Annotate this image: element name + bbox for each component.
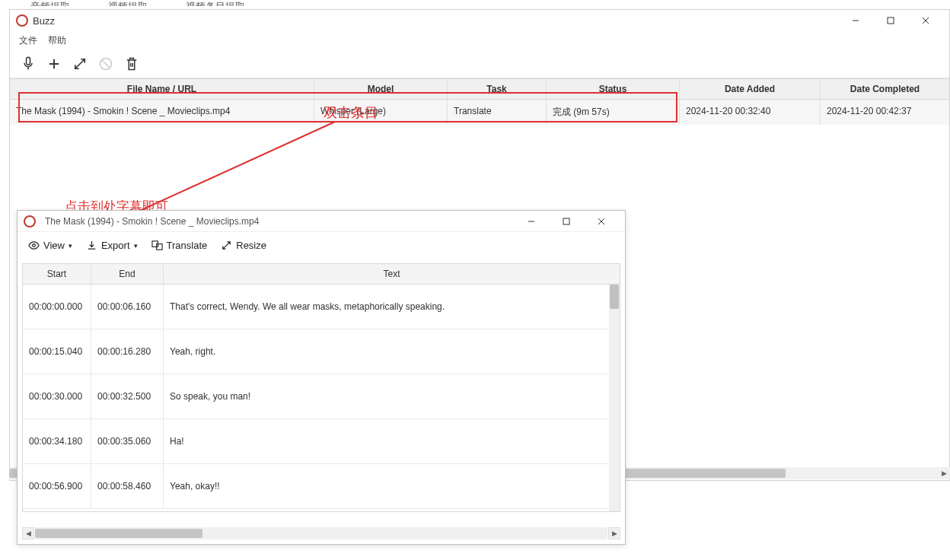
cell-end: 00:00:06.160 — [91, 285, 164, 329]
th-model[interactable]: Model — [314, 79, 448, 99]
horizontal-scrollbar[interactable]: ◀ ▶ — [22, 527, 620, 539]
toolbar — [10, 50, 949, 78]
top-tab[interactable]: 音频提取 — [30, 0, 70, 6]
translate-button[interactable]: Translate — [151, 240, 208, 251]
top-tab[interactable]: 视频提取 — [108, 0, 148, 6]
cell-text: Yeah, okay!! — [164, 464, 620, 508]
svg-rect-12 — [563, 218, 569, 224]
th-task[interactable]: Task — [448, 79, 547, 99]
detail-title: The Mask (1994) - Smokin ! Scene _ Movie… — [45, 216, 514, 227]
svg-rect-1 — [888, 18, 894, 24]
maximize-button[interactable] — [873, 10, 908, 31]
detail-window: The Mask (1994) - Smokin ! Scene _ Movie… — [17, 210, 626, 545]
cell-start: 00:00:56.900 — [23, 464, 91, 508]
scroll-right-button[interactable]: ▶ — [608, 527, 620, 539]
menubar: 文件 帮助 — [10, 31, 949, 50]
minimize-button[interactable] — [838, 10, 873, 31]
subtitle-row[interactable]: 00:00:56.900 00:00:58.460 Yeah, okay!! — [23, 464, 620, 509]
titlebar: Buzz — [10, 10, 949, 31]
cell-end: 00:00:16.280 — [91, 329, 164, 374]
cell-text: Ha! — [164, 419, 620, 463]
top-tab[interactable]: 视频条目提取 — [186, 0, 245, 6]
cell-status: 完成 (9m 57s) — [547, 100, 680, 125]
cancel-icon — [98, 56, 113, 72]
cell-start: 00:00:34.180 — [23, 419, 91, 463]
subtitle-row[interactable]: 00:00:34.180 00:00:35.060 Ha! — [23, 419, 620, 464]
cell-task: Translate — [448, 100, 547, 125]
subtitle-row[interactable]: 00:00:00.000 00:00:06.160 That's correct… — [23, 285, 620, 329]
view-button[interactable]: View▾ — [28, 240, 72, 251]
subtitle-row[interactable]: 00:00:30.000 00:00:32.500 So speak, you … — [23, 374, 620, 419]
cell-text: So speak, you man! — [164, 374, 620, 418]
mic-icon[interactable] — [21, 56, 36, 72]
app-icon — [16, 14, 28, 27]
sub-header: Start End Text — [23, 264, 620, 285]
th-status[interactable]: Status — [547, 79, 680, 99]
app-icon — [24, 215, 36, 228]
minimize-button[interactable] — [514, 211, 549, 232]
cell-end: 00:00:35.060 — [91, 419, 164, 463]
annotation-doubleclick: 双击条目 — [324, 103, 378, 122]
th-filename[interactable]: File Name / URL — [10, 79, 314, 99]
plus-icon[interactable] — [46, 56, 62, 72]
cell-start: 00:00:15.040 — [23, 329, 91, 374]
svg-rect-4 — [27, 57, 30, 65]
cell-text: That's correct, Wendy. We all wear masks… — [164, 285, 620, 329]
close-button[interactable] — [908, 10, 943, 31]
maximize-button[interactable] — [549, 211, 584, 232]
sub-body: 00:00:00.000 00:00:06.160 That's correct… — [23, 285, 620, 511]
trash-icon[interactable] — [124, 56, 139, 72]
expand-icon[interactable] — [72, 56, 88, 72]
th-added[interactable]: Date Added — [680, 79, 821, 99]
menu-help[interactable]: 帮助 — [48, 34, 66, 47]
cell-end: 00:00:58.460 — [91, 464, 164, 508]
cell-start: 00:00:00.000 — [23, 285, 91, 329]
th-completed[interactable]: Date Completed — [821, 79, 949, 99]
detail-toolbar: View▾ Export▾ Translate Resize — [18, 232, 625, 259]
cell-text: Yeah, right. — [164, 329, 620, 374]
subtitle-table: Start End Text 00:00:00.000 00:00:06.160… — [22, 263, 620, 512]
export-button[interactable]: Export▾ — [86, 240, 138, 251]
cell-added: 2024-11-20 00:32:40 — [680, 100, 821, 125]
scroll-left-button[interactable]: ◀ — [22, 527, 34, 539]
app-title: Buzz — [33, 15, 838, 27]
cell-end: 00:00:32.500 — [91, 374, 164, 418]
cell-completed: 2024-11-20 00:42:37 — [821, 100, 949, 125]
subtitle-row[interactable]: 00:00:15.040 00:00:16.280 Yeah, right. — [23, 329, 620, 374]
detail-titlebar: The Mask (1994) - Smokin ! Scene _ Movie… — [18, 211, 625, 232]
sth-text[interactable]: Text — [164, 264, 620, 284]
close-button[interactable] — [584, 211, 619, 232]
vertical-scrollbar[interactable] — [609, 285, 620, 511]
menu-file[interactable]: 文件 — [19, 34, 37, 47]
sth-end[interactable]: End — [91, 264, 164, 284]
resize-button[interactable]: Resize — [221, 240, 266, 251]
svg-point-15 — [33, 244, 36, 247]
svg-line-9 — [102, 60, 110, 68]
table-header: File Name / URL Model Task Status Date A… — [10, 78, 949, 100]
cell-start: 00:00:30.000 — [23, 374, 91, 418]
sth-start[interactable]: Start — [23, 264, 91, 284]
